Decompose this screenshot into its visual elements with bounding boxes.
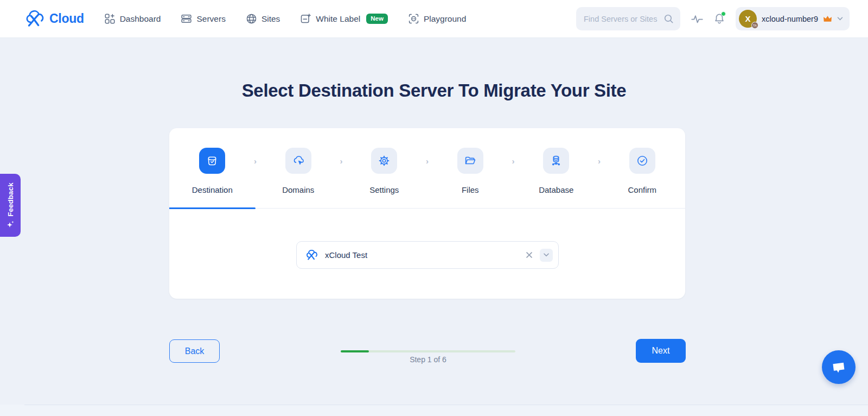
nav-item-white-label[interactable]: White Label New	[301, 14, 388, 24]
avatar-initial: X	[745, 14, 751, 23]
nav-label: Playground	[424, 14, 466, 24]
playground-icon	[409, 14, 419, 24]
chevron-right-icon: ›	[426, 156, 429, 166]
step-database[interactable]: Database	[513, 128, 599, 208]
nav-label: Sites	[261, 14, 280, 24]
wizard-steps: Destination Domains	[169, 128, 685, 209]
chevron-right-icon: ›	[254, 156, 257, 166]
nav-item-playground[interactable]: Playground	[409, 14, 466, 24]
footer-strip	[0, 405, 868, 416]
chat-bubble-icon	[831, 360, 847, 375]
avatar: X TA	[739, 10, 757, 28]
clear-x-icon[interactable]	[524, 250, 534, 260]
avatar-badge: TA	[751, 22, 758, 29]
crown-icon	[823, 15, 832, 22]
xcloud-logo-icon	[24, 10, 47, 28]
back-button[interactable]: Back	[169, 339, 220, 363]
step-domains[interactable]: Domains	[256, 128, 342, 208]
wizard-progress-bar	[341, 350, 515, 352]
nav-item-sites[interactable]: Sites	[246, 14, 280, 24]
brand-name: Cloud	[49, 11, 84, 26]
notification-dot	[721, 11, 726, 16]
box-check-icon	[199, 148, 225, 174]
nav-label: Dashboard	[120, 14, 161, 24]
chevron-down-icon	[544, 253, 549, 257]
page-plus-icon	[301, 14, 311, 24]
step-label: Database	[539, 185, 573, 194]
gear-icon	[371, 148, 397, 174]
destination-server-select[interactable]: xCloud Test	[296, 241, 559, 269]
xcloud-logo-icon	[305, 250, 320, 261]
xcloud-logo[interactable]: Cloud	[24, 10, 84, 28]
feedback-tab-inner: Feedback	[0, 174, 21, 237]
step-label: Settings	[369, 185, 399, 194]
new-badge: New	[366, 14, 388, 24]
activity-icon[interactable]	[691, 14, 703, 24]
user-menu[interactable]: X TA xcloud-number9	[736, 7, 850, 30]
chevron-right-icon: ›	[512, 156, 515, 166]
feedback-label: Feedback	[7, 182, 15, 216]
selected-server-value: xCloud Test	[325, 250, 524, 260]
chat-launcher-button[interactable]	[822, 350, 856, 384]
globe-icon	[246, 14, 257, 24]
nav-label: White Label	[316, 14, 360, 24]
servers-icon	[181, 14, 192, 24]
sparkle-icon	[7, 220, 14, 228]
header-right: X TA xcloud-number9	[576, 7, 850, 30]
select-dropdown-button[interactable]	[540, 249, 553, 262]
step-settings[interactable]: Settings	[341, 128, 427, 208]
nav-item-servers[interactable]: Servers	[181, 14, 225, 24]
nav-label: Servers	[196, 14, 225, 24]
user-name: xcloud-number9	[762, 15, 818, 23]
step-files[interactable]: Files	[427, 128, 514, 208]
global-search[interactable]	[576, 7, 680, 30]
step-label: Domains	[282, 185, 314, 194]
active-step-underline	[169, 207, 256, 209]
migration-wizard-card: Destination Domains	[169, 128, 685, 299]
step-label: Confirm	[628, 185, 656, 194]
step-counter: Step 1 of 6	[341, 355, 515, 364]
check-circle-icon	[629, 148, 655, 174]
step-label: Destination	[192, 185, 233, 194]
notifications-button[interactable]	[714, 13, 725, 24]
step-destination[interactable]: Destination	[169, 128, 256, 208]
search-icon	[663, 14, 674, 24]
page-title: Select Destination Server To Migrate You…	[0, 80, 868, 101]
search-input[interactable]	[584, 15, 663, 23]
footer-divider	[24, 405, 868, 405]
chevron-right-icon: ›	[340, 156, 343, 166]
folder-icon	[457, 148, 483, 174]
chevron-right-icon: ›	[598, 156, 601, 166]
cloud-cursor-icon	[285, 148, 311, 174]
chevron-down-icon	[837, 17, 843, 21]
next-button[interactable]: Next	[636, 339, 686, 363]
step-label: Files	[462, 185, 479, 194]
top-navbar: Cloud Dashboard Servers	[0, 0, 868, 38]
dashboard-grid-icon	[105, 14, 115, 24]
nav-item-dashboard[interactable]: Dashboard	[105, 14, 161, 24]
main-nav: Dashboard Servers Sites	[105, 14, 467, 24]
feedback-tab[interactable]: Feedback	[0, 174, 21, 237]
step-confirm[interactable]: Confirm	[599, 128, 686, 208]
database-icon	[543, 148, 569, 174]
wizard-progress-fill	[341, 350, 369, 352]
